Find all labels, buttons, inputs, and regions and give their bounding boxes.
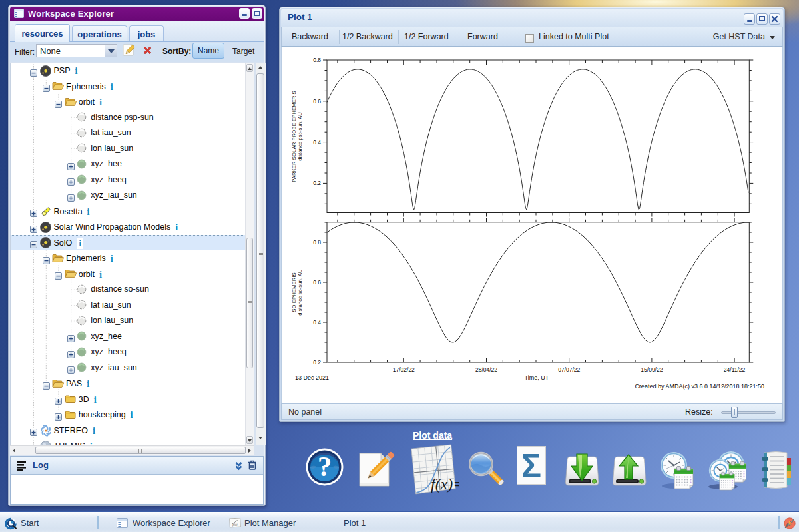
svg-text:0.2: 0.2 [313, 180, 321, 186]
svg-text:SO EPHEMERIS: SO EPHEMERIS [291, 272, 297, 312]
svg-text:13 Dec 2021: 13 Dec 2021 [295, 374, 329, 381]
svg-text:0.6: 0.6 [313, 98, 321, 105]
svg-text:Σ: Σ [521, 447, 541, 485]
svg-text:distance so-sun, AU: distance so-sun, AU [297, 269, 303, 316]
svg-text:0.4: 0.4 [313, 139, 321, 146]
svg-text:28/04/22: 28/04/22 [475, 366, 497, 373]
svg-text:15/09/22: 15/09/22 [641, 366, 663, 373]
svg-text:?: ? [318, 451, 332, 482]
svg-text:17/02/22: 17/02/22 [393, 366, 415, 373]
svg-text:Time, UT: Time, UT [525, 374, 549, 381]
svg-text:Created by AMDA(c) v3.6.0 14/1: Created by AMDA(c) v3.6.0 14/12/2018 18:… [635, 383, 764, 390]
svg-text:plot: plot [232, 523, 238, 527]
svg-text:0.8: 0.8 [313, 57, 321, 63]
svg-text:0.2: 0.2 [313, 359, 321, 366]
svg-text:24/11/22: 24/11/22 [724, 366, 746, 373]
svg-text:0.4: 0.4 [313, 319, 321, 326]
svg-text:0.8: 0.8 [313, 239, 321, 246]
svg-text:0.6: 0.6 [313, 279, 321, 286]
svg-text:PARKER SOLAR PROBE EPHEMERIS: PARKER SOLAR PROBE EPHEMERIS [291, 91, 297, 182]
svg-text:f(x)=: f(x)= [431, 475, 459, 493]
svg-text:07/07/22: 07/07/22 [558, 366, 580, 373]
svg-text:distance psp-sun, AU: distance psp-sun, AU [297, 112, 303, 161]
